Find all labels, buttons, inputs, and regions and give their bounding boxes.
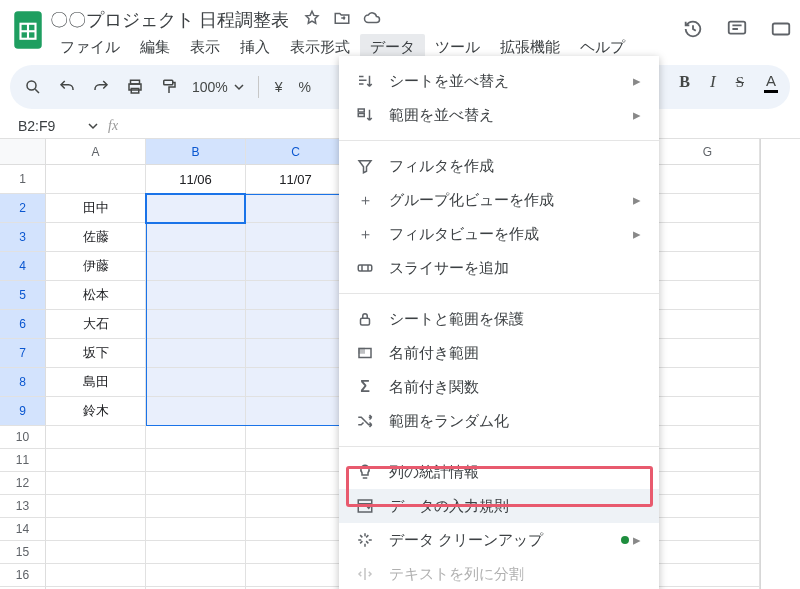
row-header[interactable]: 14	[0, 518, 46, 541]
cell[interactable]	[656, 252, 760, 281]
cell[interactable]	[656, 165, 760, 194]
sheets-logo-icon[interactable]	[12, 10, 44, 50]
currency-button[interactable]: ¥	[273, 74, 285, 100]
menu-view[interactable]: 表示	[180, 34, 230, 63]
cell[interactable]	[146, 281, 246, 310]
cell[interactable]	[656, 339, 760, 368]
menu-named-range[interactable]: 名前付き範囲	[339, 336, 659, 370]
cell[interactable]	[246, 449, 346, 472]
redo-icon[interactable]	[90, 74, 112, 100]
cell[interactable]	[246, 368, 346, 397]
strike-button[interactable]: S	[736, 74, 744, 91]
menu-col-stats[interactable]: 列の統計情報	[339, 455, 659, 489]
cell[interactable]	[146, 426, 246, 449]
row-header[interactable]: 1	[0, 165, 46, 194]
comments-icon[interactable]	[726, 18, 748, 44]
cell[interactable]	[656, 223, 760, 252]
cell[interactable]	[146, 397, 246, 426]
menu-named-func[interactable]: Σ名前付き関数	[339, 370, 659, 404]
cell[interactable]	[246, 252, 346, 281]
menu-add-slicer[interactable]: スライサーを追加	[339, 251, 659, 285]
name-box[interactable]: B2:F9	[18, 118, 78, 134]
move-folder-icon[interactable]	[333, 9, 351, 31]
cell[interactable]: 大石	[46, 310, 146, 339]
name-box-chevron-icon[interactable]	[88, 121, 98, 131]
cell[interactable]	[46, 564, 146, 587]
cell[interactable]	[146, 310, 246, 339]
menu-sort-sheet[interactable]: シートを並べ替え▸	[339, 64, 659, 98]
select-all-corner[interactable]	[0, 139, 46, 165]
cell[interactable]	[656, 281, 760, 310]
menu-file[interactable]: ファイル	[50, 34, 130, 63]
cell[interactable]	[146, 223, 246, 252]
history-icon[interactable]	[682, 18, 704, 44]
col-header-g[interactable]: G	[656, 139, 760, 165]
meet-icon[interactable]	[770, 18, 792, 44]
cell[interactable]	[246, 339, 346, 368]
cell[interactable]: 11/07	[246, 165, 346, 194]
row-header[interactable]: 8	[0, 368, 46, 397]
cell[interactable]	[246, 541, 346, 564]
row-header[interactable]: 6	[0, 310, 46, 339]
cell[interactable]	[146, 564, 246, 587]
cell[interactable]: 田中	[46, 194, 146, 223]
cell[interactable]	[246, 281, 346, 310]
cell[interactable]	[656, 194, 760, 223]
cell[interactable]: 坂下	[46, 339, 146, 368]
menu-create-filter[interactable]: フィルタを作成	[339, 149, 659, 183]
cell[interactable]	[46, 541, 146, 564]
cell[interactable]: 11/06	[146, 165, 246, 194]
cell[interactable]	[146, 541, 246, 564]
cell[interactable]	[146, 252, 246, 281]
cell[interactable]: 伊藤	[46, 252, 146, 281]
col-header-c[interactable]: C	[246, 139, 346, 165]
print-icon[interactable]	[124, 74, 146, 100]
cell[interactable]	[46, 426, 146, 449]
row-header[interactable]: 12	[0, 472, 46, 495]
cell[interactable]	[246, 495, 346, 518]
row-header[interactable]: 3	[0, 223, 46, 252]
percent-button[interactable]: %	[297, 74, 313, 100]
cell[interactable]	[246, 564, 346, 587]
cell[interactable]	[246, 397, 346, 426]
cell[interactable]	[146, 449, 246, 472]
menu-insert[interactable]: 挿入	[230, 34, 280, 63]
cell[interactable]	[656, 310, 760, 339]
col-header-a[interactable]: A	[46, 139, 146, 165]
doc-title[interactable]: 〇〇プロジェクト 日程調整表	[50, 8, 289, 32]
row-header[interactable]: 15	[0, 541, 46, 564]
cell[interactable]	[656, 368, 760, 397]
cell[interactable]	[656, 518, 760, 541]
row-header[interactable]: 16	[0, 564, 46, 587]
cell[interactable]	[146, 368, 246, 397]
cell[interactable]	[146, 194, 246, 223]
cell[interactable]: 鈴木	[46, 397, 146, 426]
cloud-status-icon[interactable]	[363, 9, 381, 31]
cell[interactable]	[46, 472, 146, 495]
menu-protect[interactable]: シートと範囲を保護	[339, 302, 659, 336]
menu-data-validation[interactable]: データの入力規則	[339, 489, 659, 523]
cell[interactable]: 松本	[46, 281, 146, 310]
cell[interactable]	[46, 165, 146, 194]
bold-button[interactable]: B	[679, 73, 690, 91]
cell[interactable]	[46, 449, 146, 472]
cell[interactable]	[656, 449, 760, 472]
cell[interactable]: 島田	[46, 368, 146, 397]
menu-data-cleanup[interactable]: データ クリーンアップ▸	[339, 523, 659, 557]
cell[interactable]	[146, 339, 246, 368]
cell[interactable]	[656, 426, 760, 449]
star-icon[interactable]	[303, 9, 321, 31]
row-header[interactable]: 10	[0, 426, 46, 449]
cell[interactable]	[246, 518, 346, 541]
cell[interactable]	[46, 495, 146, 518]
menu-sort-range[interactable]: 範囲を並べ替え▸	[339, 98, 659, 132]
row-header[interactable]: 5	[0, 281, 46, 310]
zoom-select[interactable]: 100%	[192, 79, 244, 95]
cell[interactable]	[46, 518, 146, 541]
cell[interactable]	[146, 518, 246, 541]
cell[interactable]	[656, 495, 760, 518]
cell[interactable]	[146, 495, 246, 518]
row-header[interactable]: 7	[0, 339, 46, 368]
cell[interactable]: 佐藤	[46, 223, 146, 252]
row-header[interactable]: 4	[0, 252, 46, 281]
